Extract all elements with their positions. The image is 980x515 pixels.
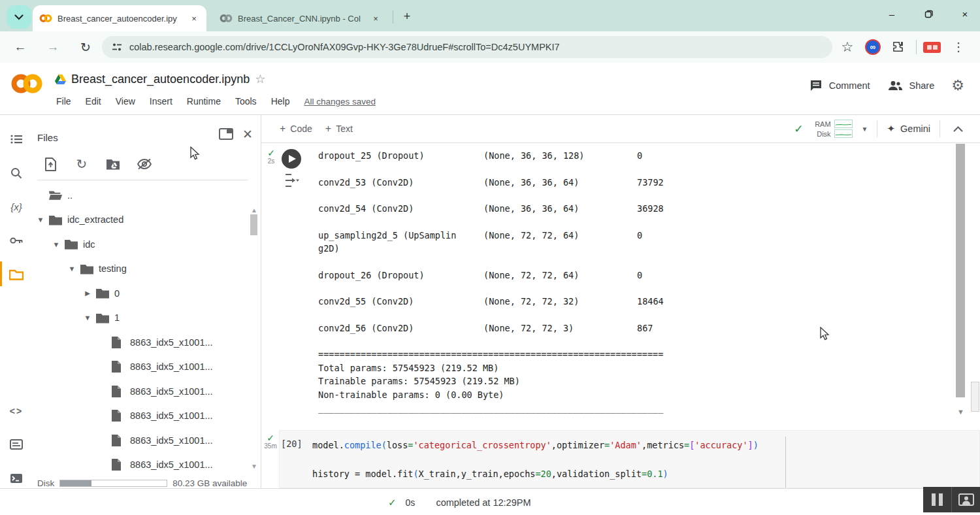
tree-caret-icon[interactable]: ▼ — [51, 241, 61, 248]
close-panel-icon[interactable]: ✕ — [242, 127, 253, 142]
notebook-title[interactable]: Breast_cancer_autoencoder.ipynb — [71, 73, 250, 86]
tree-file-item[interactable]: 8863_idx5_x1001... — [33, 453, 248, 476]
back-button[interactable]: ← — [9, 36, 31, 58]
run-cell-button[interactable] — [282, 149, 301, 169]
file-tree: ..▼idc_extracted▼idc▼testing▶0▼18863_idx… — [33, 183, 248, 476]
tab-close-icon[interactable]: × — [188, 12, 200, 24]
tab-label: Breast_cancer_autoencoder.ipy — [57, 14, 184, 24]
colab-favicon — [39, 14, 52, 23]
tab-search-button[interactable] — [7, 5, 31, 29]
reload-button[interactable]: ↻ — [74, 36, 97, 58]
site-info-icon[interactable] — [111, 42, 123, 52]
tab-breast-cancer-autoencoder[interactable]: Breast_cancer_autoencoder.ipy × — [33, 5, 206, 31]
terminal-icon[interactable] — [8, 470, 25, 487]
page-scrollbar-thumb[interactable] — [971, 382, 979, 412]
files-folder-icon[interactable] — [8, 266, 25, 283]
menu-view[interactable]: View — [109, 94, 142, 108]
resources-dropdown-icon[interactable]: ▼ — [862, 125, 868, 133]
share-button[interactable]: Share — [887, 80, 935, 91]
layer-row: dropout_25 (Dropout)(None, 36, 36, 128)0 — [318, 149, 776, 163]
tree-folder-item[interactable]: ▼idc — [33, 232, 248, 257]
variables-icon[interactable]: {x} — [8, 198, 25, 215]
tab-label: Breast_Cancer_CNN.ipynb - Col — [238, 14, 366, 24]
ram-disk-indicator[interactable]: RAM Disk — [813, 120, 853, 138]
browser-menu-icon[interactable]: ⋮ — [947, 36, 970, 58]
menu-insert[interactable]: Insert — [143, 94, 179, 108]
command-palette-icon[interactable] — [8, 436, 25, 453]
tree-caret-icon[interactable]: ▼ — [82, 314, 93, 322]
tree-file-item[interactable]: 8863_idx5_x1001... — [33, 355, 248, 380]
add-code-button[interactable]: + Code — [273, 119, 319, 139]
tree-file-item[interactable]: 8863_idx5_x1001... — [33, 428, 248, 453]
tree-item-label: idc — [83, 239, 95, 250]
menu-edit[interactable]: Edit — [79, 94, 108, 108]
tab-close-icon[interactable]: × — [370, 12, 382, 24]
menu-tools[interactable]: Tools — [229, 94, 263, 108]
code-snippets-icon[interactable]: <> — [8, 403, 25, 420]
tree-folder-item[interactable]: ▶0 — [33, 281, 248, 306]
layer-name: conv2d_55 (Conv2D) — [318, 295, 483, 308]
layer-name: up_sampling2d_5 (UpSampling2D) — [318, 229, 483, 256]
tree-folder-item[interactable]: ▼idc_extracted — [33, 208, 248, 233]
tree-folder-item[interactable]: ▼1 — [33, 306, 248, 331]
tree-file-item[interactable]: 8863_idx5_x1001... — [33, 404, 248, 429]
pause-recording-button[interactable] — [923, 487, 951, 512]
tree-caret-icon[interactable]: ▶ — [82, 290, 93, 297]
mount-drive-icon[interactable] — [105, 156, 122, 173]
tree-item-label: testing — [99, 263, 127, 274]
forward-button[interactable]: → — [42, 36, 64, 58]
secrets-key-icon[interactable] — [8, 232, 25, 249]
gemini-button[interactable]: ✦ Gemini — [887, 123, 930, 135]
tab-breast-cancer-cnn[interactable]: Breast_Cancer_CNN.ipynb - Col × — [213, 5, 388, 31]
url-bar[interactable]: colab.research.google.com/drive/1CCLyOro… — [102, 36, 832, 58]
window-minimize-button[interactable]: – — [882, 4, 902, 24]
colab-extension-icon[interactable]: ∞ — [865, 39, 881, 55]
table-of-contents-icon[interactable] — [8, 131, 25, 148]
popout-panel-icon[interactable] — [219, 128, 233, 142]
tree-file-item[interactable]: 8863_idx5_x1001... — [33, 379, 248, 404]
output-scroll-toggle-icon[interactable] — [283, 173, 300, 191]
add-text-label: Text — [336, 124, 353, 134]
tree-caret-icon[interactable]: ▼ — [67, 265, 77, 273]
menu-runtime[interactable]: Runtime — [180, 94, 227, 108]
code-editor-content[interactable]: model.compile(loss='categorical_crossent… — [312, 438, 759, 481]
extensions-puzzle-icon[interactable] — [887, 36, 909, 58]
tree-folder-item[interactable]: ▼testing — [33, 257, 248, 282]
collapse-header-icon[interactable] — [949, 124, 967, 134]
add-text-button[interactable]: + Text — [319, 119, 359, 139]
tree-scroll-down-icon[interactable]: ▼ — [251, 463, 257, 470]
browser-navbar: ← → ↻ colab.research.google.com/drive/1C… — [0, 31, 980, 63]
output-cell-gutter: ✓ 2s — [263, 149, 280, 165]
tree-scroll-up-icon[interactable]: ▲ — [251, 207, 257, 214]
window-close-button[interactable]: × — [955, 4, 975, 24]
tree-caret-icon[interactable]: ▼ — [35, 216, 46, 224]
window-restore-button[interactable] — [919, 4, 938, 24]
comment-button[interactable]: Comment — [809, 80, 870, 91]
cell-toolbar: + Code + Text ✓ RAM Disk — [261, 115, 980, 143]
folder-icon — [48, 214, 63, 225]
tree-scrollbar-thumb[interactable] — [250, 214, 257, 235]
tree-file-item[interactable]: 8863_idx5_x1001... — [33, 330, 248, 355]
menu-help[interactable]: Help — [265, 94, 297, 108]
tree-folder-item[interactable]: .. — [33, 183, 248, 208]
bookmark-star-icon[interactable]: ☆ — [836, 36, 858, 58]
star-notebook-icon[interactable]: ☆ — [255, 72, 265, 86]
recording-extension-icon[interactable] — [923, 42, 941, 53]
settings-gear-icon[interactable]: ⚙ — [951, 77, 964, 94]
menu-bar: FileEditViewInsertRuntimeToolsHelpAll ch… — [55, 94, 376, 108]
notebook-scroll-down-icon[interactable]: ▼ — [957, 408, 964, 416]
refresh-icon[interactable]: ↻ — [73, 156, 90, 173]
summary-separator: ========================================… — [318, 348, 776, 361]
tree-item-label: 8863_idx5_x1001... — [130, 337, 213, 348]
search-icon[interactable] — [8, 165, 25, 182]
upload-file-icon[interactable] — [42, 156, 59, 173]
notebook-scrollbar-thumb[interactable] — [956, 144, 965, 397]
new-tab-button[interactable]: + — [400, 9, 414, 24]
hide-hidden-files-icon[interactable] — [136, 156, 153, 173]
webcam-toggle-button[interactable] — [951, 487, 980, 512]
layer-row: conv2d_56 (Conv2D)(None, 72, 72, 3)867 — [318, 322, 776, 335]
menu-file[interactable]: File — [55, 94, 78, 108]
folder-icon — [64, 239, 78, 250]
restore-icon — [924, 10, 933, 18]
save-status[interactable]: All changes saved — [304, 97, 376, 107]
